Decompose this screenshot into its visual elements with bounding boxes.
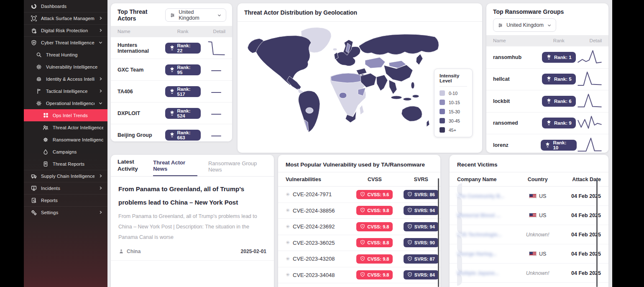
detail-sparkline bbox=[201, 127, 225, 142]
tab-ransomware-group-news[interactable]: Ransomware Group News bbox=[208, 160, 267, 176]
victim-row[interactable]: Multiple Japane...Unknown!04 Feb 2025 bbox=[450, 264, 608, 283]
world-map[interactable]: Intensity Level 0-1010-1515-3030-4545+ bbox=[238, 22, 482, 149]
sidebar-item-label: Cyber Threat Intelligence bbox=[41, 40, 95, 45]
vulnerabilities-scrollbar[interactable] bbox=[438, 178, 439, 287]
legend-swatch bbox=[440, 109, 445, 114]
sidebar-item-label: Ransomware Intelligence bbox=[53, 137, 103, 142]
actor-name: Beijing Group bbox=[118, 132, 165, 138]
sidebar-item-operational-intelligence[interactable]: Operational Intelligence bbox=[24, 97, 107, 109]
us-flag-icon bbox=[529, 251, 537, 256]
latest-activity-title: Latest Activity bbox=[118, 158, 142, 176]
vulnerability-row[interactable]: ✳CVE-2023-34048CVSS: 9.8SVRS: 84 bbox=[278, 267, 440, 284]
chevron-down-icon bbox=[98, 40, 103, 45]
filter-icon bbox=[498, 23, 503, 28]
table-row[interactable]: hellcatRank: 5 bbox=[486, 68, 608, 90]
sidebar-item-digital-risk-protection[interactable]: Digital Risk Protection bbox=[24, 24, 107, 36]
detail-sparkline bbox=[577, 70, 602, 88]
victim-country: Unknown! bbox=[526, 232, 549, 238]
sidebar-item-vulnerability-intelligence[interactable]: Vulnerability Intelligence bbox=[24, 61, 107, 73]
sidebar-item-reports[interactable]: Reports bbox=[24, 194, 107, 206]
detail-sparkline bbox=[577, 92, 602, 110]
shield-icon bbox=[360, 240, 365, 246]
table-row[interactable]: lockbitRank: 6 bbox=[486, 90, 608, 112]
ransomware-table-header: Name Rank Detail bbox=[486, 35, 608, 46]
doc-search-icon bbox=[31, 197, 37, 204]
sidebar-item-label: Digital Risk Protection bbox=[41, 28, 95, 33]
vulnerabilities-table-header: Vulnerabilities CVSS SVRS bbox=[278, 172, 440, 187]
latest-activity-panel: Latest Activity Threat Actor News Ransom… bbox=[111, 155, 274, 287]
sidebar-item-identity-access-intelligence[interactable]: Identity & Access Intelligence bbox=[24, 73, 107, 85]
trophy-icon bbox=[545, 142, 550, 149]
sidebar-item-ops-intel-trends[interactable]: Ops Intel Trends bbox=[24, 109, 107, 121]
table-row[interactable]: TA406Rank: 517 bbox=[111, 80, 232, 102]
sidebar-item-label: Vulnerability Intelligence bbox=[46, 64, 103, 69]
sidebar-item-cyber-threat-intelligence[interactable]: Cyber Threat Intelligence bbox=[24, 36, 107, 49]
tab-threat-actor-news[interactable]: Threat Actor News bbox=[153, 159, 197, 176]
ransomware-country-dropdown[interactable]: United Kingdom bbox=[493, 18, 556, 32]
sidebar-item-threat-hunting[interactable]: Threat Hunting bbox=[24, 49, 107, 61]
svrs-badge: SVRS: 94 bbox=[404, 206, 439, 215]
sidebar-item-supply-chain-intelligence[interactable]: Supply Chain Intelligence bbox=[24, 170, 107, 182]
table-row[interactable]: Hunters InternationalRank: 22 bbox=[111, 37, 232, 59]
legend-item: 10-15 bbox=[440, 100, 467, 105]
virus-icon: ✳ bbox=[286, 256, 290, 262]
victim-row[interactable]: Memorial Blood ...US04 Feb 2025 bbox=[450, 206, 608, 225]
sidebar: DashboardsAttack Surface Management Digi… bbox=[24, 0, 107, 287]
sidebar-item-label: Ops Intel Trends bbox=[53, 113, 103, 118]
sidebar-item-threat-actor-intelligence[interactable]: Threat Actor Intelligence bbox=[24, 121, 107, 133]
geo-map-title: Threat Actor Distribution by Geolocation bbox=[244, 9, 357, 16]
sidebar-item-tactical-intelligence[interactable]: Tactical Intelligence bbox=[24, 85, 107, 97]
vulnerability-row[interactable]: ✳CVE-2024-23692CVSS: 9.8SVRS: 94 bbox=[278, 219, 440, 235]
table-row[interactable]: lorenzRank: 10 bbox=[486, 134, 608, 153]
chevron-down-icon bbox=[217, 13, 222, 18]
legend-item: 45+ bbox=[440, 127, 467, 133]
rank-badge: Rank: 9 bbox=[542, 118, 576, 128]
trophy-icon bbox=[169, 45, 175, 51]
chevron-right-icon bbox=[98, 77, 103, 82]
vulnerability-row[interactable]: ✳CVE-2024-7971CVSS: 9.6SVRS: 86 bbox=[278, 187, 440, 203]
chevron-down-icon bbox=[98, 101, 103, 106]
chevron-right-icon bbox=[98, 16, 103, 21]
sidebar-item-ransomware-intelligence[interactable]: Ransomware Intelligence bbox=[24, 133, 107, 146]
trophy-icon bbox=[546, 98, 552, 105]
top-threat-actors-panel: Top Threat Actors United Kingdom Name Ra… bbox=[111, 3, 232, 141]
legend-item: 0-10 bbox=[440, 90, 467, 96]
victim-row[interactable]: CJS Technologie...Unknown!04 Feb 2025 bbox=[450, 225, 608, 244]
table-row[interactable]: GXC TeamRank: 95 bbox=[111, 59, 232, 80]
cve-id: CVE-2023-34048 bbox=[293, 272, 335, 278]
sidebar-item-campaigns[interactable]: Campaigns bbox=[24, 146, 107, 158]
svrs-badge: SVRS: 87 bbox=[404, 254, 439, 264]
shield-icon bbox=[407, 208, 412, 213]
sidebar-item-incidents[interactable]: Incidents bbox=[24, 182, 107, 194]
vulnerability-row[interactable]: ✳CVE-2023-36025CVSS: 8.8SVRS: 90 bbox=[278, 235, 440, 251]
sidebar-item-threat-reports[interactable]: Threat Reports bbox=[24, 158, 107, 170]
news-article[interactable]: From Panama to Greenland, all of Trump's… bbox=[111, 177, 274, 261]
cvss-badge: CVSS: 8.8 bbox=[356, 238, 393, 247]
legend-swatch bbox=[440, 100, 445, 105]
table-row[interactable]: ransomedRank: 9 bbox=[486, 112, 608, 134]
news-article-title[interactable]: From Panama to Greenland, all of Trump's… bbox=[118, 182, 266, 209]
sidebar-item-attack-surface-management[interactable]: Attack Surface Management bbox=[24, 12, 107, 24]
legend-swatch bbox=[440, 127, 445, 133]
cve-id: CVE-2023-43208 bbox=[293, 256, 335, 262]
vulnerability-row[interactable]: ✳CVE-2023-43208CVSS: 9.8SVRS: 87 bbox=[278, 251, 440, 267]
sidebar-item-label: Identity & Access Intelligence bbox=[46, 77, 95, 82]
legend-swatch bbox=[440, 90, 445, 96]
threat-actors-country-dropdown[interactable]: United Kingdom bbox=[165, 8, 226, 22]
victim-row[interactable]: George Hartog...US04 Feb 2025 bbox=[450, 244, 608, 264]
news-source: China bbox=[127, 249, 141, 254]
vulnerabilities-panel: Most Popular Vulnerability used by TA/Ra… bbox=[278, 155, 440, 287]
sidebar-item-dashboards[interactable]: Dashboards bbox=[24, 0, 107, 12]
chevron-right-icon bbox=[98, 89, 103, 94]
attack-surface-icon bbox=[31, 15, 37, 22]
sidebar-item-settings[interactable]: Settings bbox=[24, 206, 107, 218]
victim-row[interactable]: The Community B...US04 Feb 2025 bbox=[450, 187, 608, 206]
table-row[interactable]: Beijing GroupRank: 663 bbox=[111, 124, 232, 141]
detail-sparkline bbox=[201, 62, 225, 78]
victim-company-blurred: Multiple Japane... bbox=[457, 260, 515, 286]
vulnerability-row[interactable]: ✳CVE-2024-38856CVSS: 9.8SVRS: 94 bbox=[278, 203, 440, 219]
table-row[interactable]: ransomhubRank: 1 bbox=[486, 46, 608, 68]
legend-title: Intensity Level bbox=[440, 73, 467, 87]
table-row[interactable]: DXPLOITRank: 524 bbox=[111, 102, 232, 124]
victims-scrollbar[interactable] bbox=[596, 179, 598, 287]
